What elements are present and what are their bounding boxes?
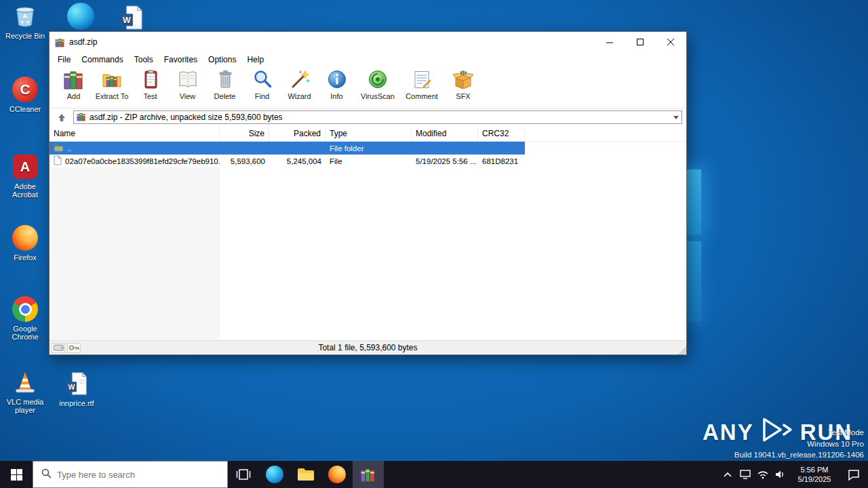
add-button[interactable]: Add bbox=[55, 66, 92, 108]
chevron-down-icon bbox=[673, 116, 679, 119]
row-type: File folder bbox=[326, 144, 412, 152]
delete-button[interactable]: Delete bbox=[206, 66, 243, 108]
table-row-file[interactable]: 02a07e0a0cbe1835399f81efd29cfe79eb910...… bbox=[50, 155, 686, 167]
task-view-button[interactable] bbox=[228, 461, 259, 488]
start-button[interactable] bbox=[0, 461, 33, 488]
edge-icon bbox=[266, 466, 283, 483]
resize-grip[interactable] bbox=[677, 346, 686, 354]
minimize-button[interactable] bbox=[595, 32, 625, 52]
virusscan-button[interactable]: VirusScan bbox=[355, 66, 400, 108]
comment-icon bbox=[411, 68, 433, 92]
window-title: asdf.zip bbox=[69, 37, 97, 47]
windows-logo-icon bbox=[11, 469, 22, 481]
tray-network-icon[interactable] bbox=[754, 461, 772, 488]
action-center-button[interactable] bbox=[840, 461, 868, 488]
desktop-icon-recycle-bin[interactable]: Recycle Bin bbox=[3, 3, 47, 40]
status-key-icon[interactable] bbox=[67, 343, 81, 353]
sfx-button[interactable]: SFX bbox=[443, 66, 483, 108]
column-header-type[interactable]: Type bbox=[326, 126, 412, 141]
menu-bar: File Commands Tools Favorites Options He… bbox=[50, 52, 686, 66]
google-chrome-icon bbox=[12, 296, 39, 323]
os-label: Windows 10 Pro bbox=[734, 439, 864, 450]
system-tray: 5:56 PM 5/19/2025 bbox=[719, 461, 868, 488]
row-modified: 5/19/2025 5:56 ... bbox=[412, 157, 478, 165]
up-one-level-button[interactable] bbox=[54, 110, 70, 124]
search-input[interactable] bbox=[57, 470, 186, 480]
comment-button[interactable]: Comment bbox=[400, 66, 443, 108]
row-type: File bbox=[326, 157, 412, 165]
desktop-icon-ccleaner[interactable]: C CCleaner bbox=[3, 76, 47, 113]
info-icon bbox=[326, 68, 348, 92]
firefox-icon bbox=[12, 224, 39, 251]
desktop-icon-innprice-rtf[interactable]: W innprice.rtf bbox=[54, 370, 99, 407]
file-list: .. File folder 02a07e0a0cbe1835399f bbox=[50, 142, 686, 340]
desktop-icon-label: Google Chrome bbox=[3, 325, 47, 341]
column-header-modified[interactable]: Modified bbox=[412, 126, 478, 141]
address-text: asdf.zip - ZIP archive, unpacked size 5,… bbox=[90, 113, 283, 122]
test-icon bbox=[140, 68, 161, 92]
taskbar-explorer-button[interactable] bbox=[290, 461, 321, 488]
menu-commands[interactable]: Commands bbox=[76, 53, 128, 66]
menu-favorites[interactable]: Favorites bbox=[159, 53, 203, 66]
find-button[interactable]: Find bbox=[243, 66, 281, 108]
column-header-packed[interactable]: Packed bbox=[269, 126, 326, 141]
tray-expand-button[interactable] bbox=[719, 461, 736, 488]
adobe-acrobat-icon: A bbox=[12, 153, 39, 180]
wizard-button[interactable]: Wizard bbox=[281, 66, 318, 108]
wizard-icon bbox=[289, 68, 311, 92]
view-button[interactable]: View bbox=[169, 66, 206, 108]
extract-to-icon bbox=[101, 68, 123, 92]
edge-icon bbox=[67, 3, 94, 30]
sandbox-info-text: Test Mode Windows 10 Pro Build 19041.vb_… bbox=[734, 427, 864, 461]
row-size: 5,593,600 bbox=[220, 157, 269, 165]
status-drive-button[interactable] bbox=[52, 343, 65, 353]
svg-text:W: W bbox=[123, 16, 131, 25]
taskbar-search[interactable] bbox=[33, 461, 228, 488]
tray-volume-icon[interactable] bbox=[772, 461, 789, 488]
folder-icon bbox=[54, 143, 64, 154]
desktop-icon-adobe-acrobat[interactable]: A Adobe Acrobat bbox=[3, 153, 47, 199]
column-header-row: Name Size Packed Type Modified CRC32 bbox=[50, 126, 686, 142]
tray-display-icon[interactable] bbox=[736, 461, 754, 488]
desktop-icon-google-chrome[interactable]: Google Chrome bbox=[3, 296, 47, 341]
info-button[interactable]: Info bbox=[318, 66, 355, 108]
wallpaper-light-beam bbox=[685, 169, 701, 235]
view-icon bbox=[177, 68, 199, 92]
menu-options[interactable]: Options bbox=[203, 53, 241, 66]
row-crc32: 681D8231 bbox=[478, 157, 525, 165]
status-text: Total 1 file, 5,593,600 bytes bbox=[185, 343, 551, 352]
menu-tools[interactable]: Tools bbox=[129, 53, 159, 66]
desktop-icon-label: Adobe Acrobat bbox=[3, 182, 47, 199]
status-bar: Total 1 file, 5,593,600 bytes bbox=[50, 340, 686, 354]
maximize-button[interactable] bbox=[625, 32, 656, 52]
column-header-crc32[interactable]: CRC32 bbox=[478, 126, 525, 141]
winrar-window: asdf.zip File Commands Tools Favorites O… bbox=[49, 31, 687, 355]
archive-icon bbox=[77, 112, 86, 123]
table-row-parent-dir[interactable]: .. File folder bbox=[50, 142, 686, 155]
close-button[interactable] bbox=[656, 32, 686, 52]
desktop-icon-vlc[interactable]: VLC media player bbox=[3, 369, 47, 414]
extract-to-button[interactable]: Extract To bbox=[92, 66, 132, 108]
desktop-background: Recycle Bin W C CCleaner A Adobe Acrobat… bbox=[0, 0, 868, 488]
column-header-name[interactable]: Name bbox=[50, 126, 220, 141]
menu-file[interactable]: File bbox=[52, 53, 76, 66]
desktop-icon-word-file[interactable]: W bbox=[109, 4, 154, 31]
column-header-size[interactable]: Size bbox=[220, 126, 269, 141]
desktop-icon-firefox[interactable]: Firefox bbox=[3, 224, 47, 262]
desktop-icon-edge[interactable] bbox=[58, 3, 103, 30]
wallpaper-light-beam bbox=[685, 241, 701, 321]
taskbar-clock[interactable]: 5:56 PM 5/19/2025 bbox=[789, 465, 840, 484]
test-button[interactable]: Test bbox=[132, 66, 169, 108]
address-combobox[interactable]: asdf.zip - ZIP archive, unpacked size 5,… bbox=[73, 110, 682, 124]
title-bar[interactable]: asdf.zip bbox=[50, 32, 686, 52]
taskbar: 5:56 PM 5/19/2025 bbox=[0, 461, 868, 488]
word-file-icon: W bbox=[118, 4, 145, 31]
find-icon bbox=[252, 68, 273, 92]
taskbar-edge-button[interactable] bbox=[259, 461, 290, 488]
menu-help[interactable]: Help bbox=[241, 53, 269, 66]
name-column-shade bbox=[50, 142, 220, 340]
desktop-icon-label: Firefox bbox=[14, 253, 37, 262]
toolbar: Add Extract To bbox=[50, 66, 686, 108]
taskbar-winrar-button[interactable] bbox=[353, 461, 384, 488]
taskbar-firefox-button[interactable] bbox=[321, 461, 353, 488]
